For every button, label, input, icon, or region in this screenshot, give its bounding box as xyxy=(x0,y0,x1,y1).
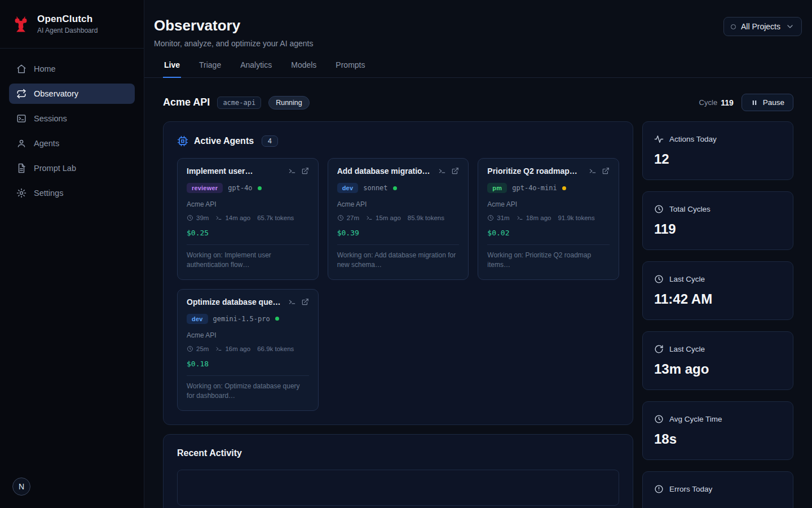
stat-value: 12 xyxy=(654,151,782,167)
agent-model-label: gpt-4o xyxy=(228,184,252,192)
clock-icon xyxy=(654,414,664,424)
agent-last-action: 15m ago xyxy=(376,214,401,221)
agent-card[interactable]: Implement user… reviewer gpt-4o xyxy=(177,158,319,280)
sidebar-item-prompt-lab[interactable]: Prompt Lab xyxy=(9,158,135,178)
tab-triage[interactable]: Triage xyxy=(198,56,222,78)
sidebar-item-sessions[interactable]: Sessions xyxy=(9,108,135,129)
agent-model-label: gpt-4o-mini xyxy=(512,184,557,192)
agent-role-badge: dev xyxy=(187,314,208,324)
clock-icon xyxy=(187,345,193,352)
stat-card-errors-today: Errors Today xyxy=(642,471,793,508)
brand: OpenClutch AI Agent Dashboard xyxy=(0,0,144,46)
stat-card-last-cycle-ago: Last Cycle 13m ago xyxy=(642,331,793,390)
agent-grid: Implement user… reviewer gpt-4o xyxy=(177,158,619,411)
terminal-icon[interactable] xyxy=(288,167,296,175)
external-link-icon[interactable] xyxy=(602,167,610,175)
agent-cost: $0.39 xyxy=(337,229,460,237)
stat-label: Errors Today xyxy=(669,485,712,493)
project-filter-label: All Projects xyxy=(741,22,780,31)
stat-value: 18s xyxy=(654,431,782,447)
agent-working-on: Working on: Add database migration for n… xyxy=(337,244,460,270)
document-icon xyxy=(16,163,27,173)
recent-activity-title: Recent Activity xyxy=(177,448,619,458)
agent-tokens: 65.7k tokens xyxy=(257,214,294,221)
project-dot-icon xyxy=(731,24,736,29)
tab-analytics[interactable]: Analytics xyxy=(239,56,273,78)
agent-working-on: Working on: Optimize database query for … xyxy=(187,375,309,401)
user-avatar[interactable]: N xyxy=(12,478,30,496)
agent-task-title: Implement user… xyxy=(187,167,253,176)
clock-icon xyxy=(337,214,344,221)
agent-card[interactable]: Optimize database quer… dev gemini-1.5-p… xyxy=(177,289,319,411)
agent-card[interactable]: Prioritize Q2 roadmap… pm gpt-4o-mini xyxy=(478,158,619,280)
terminal-window-icon xyxy=(16,113,27,124)
brand-subtitle: AI Agent Dashboard xyxy=(37,27,98,34)
agent-uptime: 25m xyxy=(196,345,209,352)
agent-working-on: Working on: Prioritize Q2 roadmap items… xyxy=(487,244,610,270)
agent-status-dot xyxy=(258,186,262,190)
sidebar-item-home[interactable]: Home xyxy=(9,59,135,79)
agent-model-label: sonnet xyxy=(363,184,387,192)
clock-icon xyxy=(187,214,193,221)
clock-icon xyxy=(487,214,494,221)
agent-task-title: Add database migration… xyxy=(337,167,434,176)
sidebar-item-observatory[interactable]: Observatory xyxy=(9,84,135,104)
stat-label: Last Cycle xyxy=(669,345,705,353)
sidebar-item-settings[interactable]: Settings xyxy=(9,183,135,203)
sidebar-item-agents[interactable]: Agents xyxy=(9,133,135,154)
terminal-icon[interactable] xyxy=(288,298,296,306)
agent-working-on: Working on: Implement user authenticatio… xyxy=(187,244,309,270)
sidebar-divider xyxy=(0,48,144,49)
clock-icon xyxy=(654,204,664,214)
stat-label: Avg Cycle Time xyxy=(669,415,722,423)
active-agents-panel: Active Agents 4 Implement user… xyxy=(163,121,633,425)
page-subtitle: Monitor, analyze, and optimize your AI a… xyxy=(154,39,314,48)
external-link-icon[interactable] xyxy=(301,167,309,175)
cycle-icon xyxy=(16,89,27,99)
stat-value: 11:42 AM xyxy=(654,291,782,307)
pause-button[interactable]: Pause xyxy=(742,94,793,111)
app-root: OpenClutch AI Agent Dashboard Home Obser… xyxy=(0,0,812,508)
pause-button-label: Pause xyxy=(763,98,784,107)
terminal-icon[interactable] xyxy=(589,167,597,175)
agent-role-badge: pm xyxy=(487,183,507,193)
project-name: Acme API xyxy=(163,97,210,108)
tab-models[interactable]: Models xyxy=(290,56,317,78)
status-badge: Running xyxy=(268,96,310,110)
external-link-icon[interactable] xyxy=(451,167,459,175)
brand-name: OpenClutch xyxy=(37,14,98,25)
lobster-logo-icon xyxy=(11,15,30,34)
tab-live[interactable]: Live xyxy=(163,56,181,78)
active-agents-count: 4 xyxy=(262,135,278,147)
refresh-icon xyxy=(654,344,664,354)
agent-status-dot xyxy=(275,317,279,321)
chevron-down-icon xyxy=(785,22,795,31)
stat-value: 13m ago xyxy=(654,361,782,377)
tab-prompts[interactable]: Prompts xyxy=(334,56,366,78)
project-header-row: Acme API acme-api Running Cycle 119 Paus… xyxy=(163,94,793,111)
cycle-label: Cycle xyxy=(699,98,718,107)
sidebar-item-label: Settings xyxy=(34,189,63,198)
terminal-icon[interactable] xyxy=(438,167,446,175)
agent-project-label: Acme API xyxy=(187,331,309,339)
agent-card[interactable]: Add database migration… dev sonnet xyxy=(328,158,469,280)
recent-activity-panel: Recent Activity xyxy=(163,434,633,508)
external-link-icon[interactable] xyxy=(301,298,309,306)
page-header: Observatory Monitor, analyze, and optimi… xyxy=(144,0,812,48)
agent-tokens: 91.9k tokens xyxy=(558,214,594,221)
sidebar-item-label: Observatory xyxy=(34,89,78,98)
alert-circle-icon xyxy=(654,484,664,494)
project-slug-badge: acme-api xyxy=(217,97,261,109)
home-icon xyxy=(16,64,27,74)
stat-card-last-cycle-time: Last Cycle 11:42 AM xyxy=(642,261,793,320)
agent-task-title: Optimize database quer… xyxy=(187,297,284,306)
agent-project-label: Acme API xyxy=(337,200,460,208)
agent-uptime: 27m xyxy=(347,214,359,221)
agent-last-action: 16m ago xyxy=(225,345,250,352)
agent-role-badge: dev xyxy=(337,183,359,193)
terminal-icon xyxy=(517,214,523,221)
agent-project-label: Acme API xyxy=(187,200,309,208)
agent-tokens: 66.9k tokens xyxy=(257,345,294,352)
project-filter-dropdown[interactable]: All Projects xyxy=(723,17,802,36)
page-title: Observatory xyxy=(154,17,314,34)
